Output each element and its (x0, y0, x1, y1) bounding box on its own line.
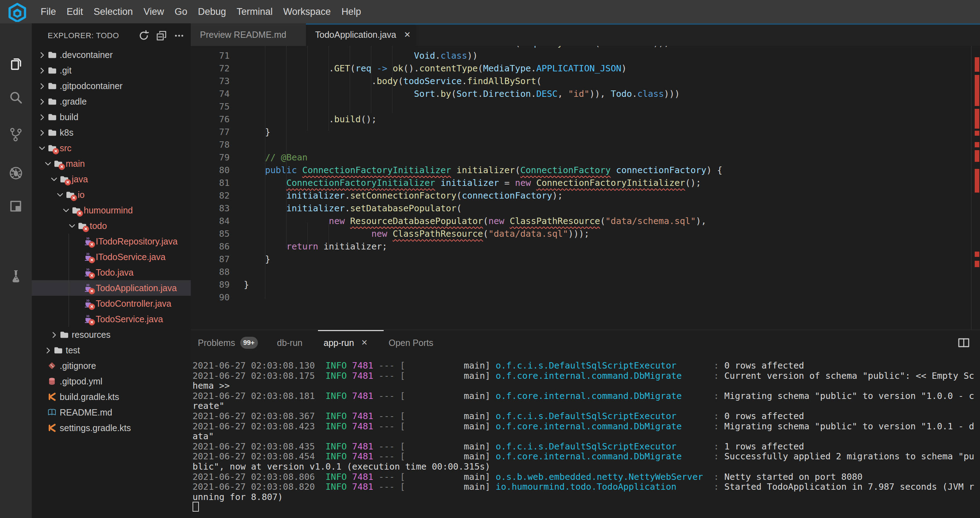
code-line-83: 83 initializer.setDatabasePopulator( (191, 202, 968, 215)
tree-item-.gitpod.yml[interactable]: .gitpod.yml (32, 373, 191, 389)
tree-item-.git[interactable]: .git (32, 62, 191, 78)
close-tab-icon[interactable]: ✕ (361, 338, 368, 347)
refresh-icon[interactable] (138, 30, 150, 42)
code-line-74: 74 Sort.by(Sort.Direction.DESC, "id")), … (191, 88, 968, 100)
line-number: 75 (191, 100, 244, 113)
menu-terminal[interactable]: Terminal (231, 0, 278, 23)
code-line-71: 71 Void.class)) (191, 49, 968, 62)
code-line-90: 90 (191, 291, 968, 304)
explorer-actions (138, 30, 191, 42)
line-number: 82 (191, 190, 244, 202)
test-flask-icon[interactable] (8, 269, 24, 284)
code-line-86: 86 return initializer; (191, 240, 968, 253)
code-line-78: 78 (191, 139, 968, 151)
error-badge: ✕ (89, 288, 95, 294)
tree-item-label: .devcontainer (60, 50, 113, 60)
tree-item-todocontroller.java[interactable]: ✕ TodoController.java (32, 296, 191, 311)
tree-item-itodoservice.java[interactable]: ✕ ITodoService.java (32, 249, 191, 265)
panel-tab-open-ports[interactable]: Open Ports (388, 330, 433, 355)
tree-item-io[interactable]: ✕ io (32, 187, 191, 202)
menu-go[interactable]: Go (169, 0, 192, 23)
menu-file[interactable]: File (35, 0, 62, 23)
tree-item-todoservice.java[interactable]: ✕ TodoService.java (32, 311, 191, 327)
files-icon[interactable] (8, 56, 24, 72)
code-line-84: 84 new ResourceDatabasePopulator(new Cla… (191, 215, 968, 228)
folder-icon (59, 330, 68, 339)
tree-item-settings.gradle.kts[interactable]: settings.gradle.kts (32, 420, 191, 436)
tree-item-todo[interactable]: ✕ todo (32, 218, 191, 234)
terminal-cursor (192, 502, 199, 512)
tree-item-.gitpodcontainer[interactable]: .gitpodcontainer (32, 78, 191, 94)
overview-ruler[interactable] (971, 46, 980, 330)
gitpod-logo-icon[interactable] (8, 3, 27, 22)
menu-help[interactable]: Help (336, 0, 366, 23)
tree-item-.gitignore[interactable]: .gitignore (32, 358, 191, 373)
collapse-all-icon[interactable] (156, 30, 167, 42)
search-icon[interactable] (8, 91, 24, 106)
tree-item-resources[interactable]: resources (32, 327, 191, 343)
tree-item-k8s[interactable]: k8s (32, 125, 191, 140)
code-line-81: 81 ConnectionFactoryInitializer initiali… (191, 177, 968, 190)
tree-item-label: TodoController.java (96, 298, 171, 309)
tree-item-label: ITodoRepository.java (96, 236, 178, 247)
tree-item-label: .gitpodcontainer (60, 81, 123, 91)
terminal-log-line: 2021-06-27 02:03:08.181 INFO 7481 --- [ … (192, 391, 975, 411)
tree-item-test[interactable]: test (32, 343, 191, 358)
kotlin-icon (47, 392, 57, 402)
editor-tab-1[interactable]: TodoApplication.java✕ (306, 23, 416, 46)
terminal-log-line: 2021-06-27 02:03:08.454 INFO 7481 --- [ … (192, 451, 975, 472)
code-line-82: 82 initializer.setConnectionFactory(conn… (191, 190, 968, 202)
chevron-down-icon (56, 190, 65, 199)
error-mark (975, 169, 979, 193)
kotlin-icon (47, 423, 57, 432)
chevron-down-icon (62, 206, 72, 215)
tree-item-src[interactable]: ✕ src (32, 140, 191, 156)
menu-debug[interactable]: Debug (192, 0, 231, 23)
error-mark (975, 75, 979, 106)
panel-tab-app-run[interactable]: app-run✕ (324, 330, 368, 355)
close-tab-icon[interactable]: ✕ (404, 30, 410, 40)
terminal-output[interactable]: 2021-06-27 02:03:08.130 INFO 7481 --- [ … (192, 361, 975, 512)
tree-item-label: .gradle (60, 96, 87, 107)
chevron-down-icon (38, 144, 47, 152)
tree-item-readme.md[interactable]: README.md (32, 405, 191, 420)
tree-item-todo.java[interactable]: ✕ Todo.java (32, 265, 191, 280)
code-editor[interactable]: 70 todoService.saveAll(req.bodyToMono(To… (191, 46, 980, 330)
menu-selection[interactable]: Selection (88, 0, 138, 23)
tree-item-build[interactable]: build (32, 109, 191, 125)
tree-item-todoapplication.java[interactable]: ✕ TodoApplication.java (32, 280, 191, 296)
tab-label: db-run (277, 338, 302, 348)
menu-edit[interactable]: Edit (62, 0, 89, 23)
explorer-title: EXPLORER: TODO (32, 31, 138, 40)
tree-item-java[interactable]: ✕ java (32, 171, 191, 187)
chevron-right-icon (38, 113, 47, 121)
tree-item-main[interactable]: ✕ main (32, 156, 191, 171)
error-mark (975, 150, 979, 162)
error-badge: ✕ (89, 241, 95, 248)
panel-tab-db-run[interactable]: db-run (277, 330, 302, 355)
tree-item-build.gradle.kts[interactable]: build.gradle.kts (32, 389, 191, 405)
tree-item-itodorepository.java[interactable]: ✕ ITodoRepository.java (32, 234, 191, 249)
tree-item-label: .git (60, 65, 72, 76)
code-line-89: 89} (191, 279, 968, 291)
editor-tab-0[interactable]: Preview README.md (191, 23, 306, 46)
more-icon[interactable] (173, 30, 185, 42)
java-icon: ✕ (83, 299, 92, 308)
source-control-icon[interactable] (8, 127, 24, 142)
debug-disabled-icon[interactable] (8, 165, 24, 181)
tree-item-.devcontainer[interactable]: .devcontainer (32, 47, 191, 62)
plugins-icon[interactable] (8, 199, 24, 214)
tree-item-label: build (60, 112, 78, 122)
active-panel-tab-indicator (318, 330, 383, 331)
chevron-right-icon (38, 81, 47, 90)
split-panel-icon[interactable] (958, 336, 970, 349)
tree-item-humourmind[interactable]: ✕ humourmind (32, 202, 191, 218)
menu-workspace[interactable]: Workspace (278, 0, 336, 23)
tree-item-label: Todo.java (96, 268, 134, 278)
tree-item-.gradle[interactable]: .gradle (32, 94, 191, 109)
panel-tab-problems[interactable]: Problems99+ (198, 330, 258, 355)
menu-view[interactable]: View (138, 0, 169, 23)
error-mark (975, 142, 979, 147)
editor-tab-bar: Preview README.mdTodoApplication.java✕ (191, 23, 980, 46)
ide-window: FileEditSelectionViewGoDebugTerminalWork… (0, 0, 980, 518)
